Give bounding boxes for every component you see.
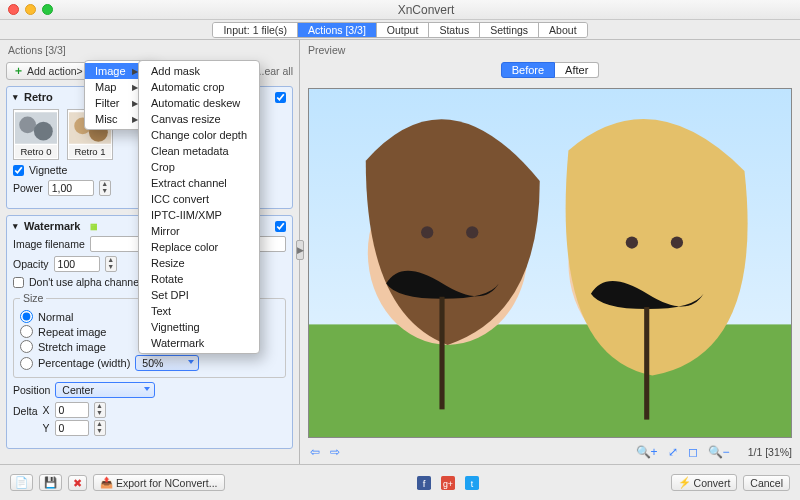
wm-filename-label: Image filename [13, 238, 85, 250]
cancel-label: Cancel [750, 477, 783, 489]
svg-point-9 [421, 226, 433, 238]
mi-resize[interactable]: Resize [139, 255, 259, 271]
vignette-label: Vignette [29, 164, 67, 176]
mi-set-dpi[interactable]: Set DPI [139, 287, 259, 303]
window-controls[interactable] [8, 4, 53, 15]
mi-watermark[interactable]: Watermark [139, 335, 259, 351]
mi-clean-metadata[interactable]: Clean metadata [139, 143, 259, 159]
wm-opacity-value[interactable]: 100 [54, 256, 100, 272]
tab-status[interactable]: Status [429, 23, 480, 37]
mi-add-mask[interactable]: Add mask [139, 63, 259, 79]
preview-canvas [308, 88, 792, 438]
mi-vignetting[interactable]: Vignetting [139, 319, 259, 335]
svg-rect-11 [439, 297, 444, 410]
wm-delta-y[interactable]: 0 [55, 420, 89, 436]
save-script-button[interactable]: 💾 [39, 474, 62, 491]
power-stepper[interactable]: ▲▼ [99, 180, 111, 196]
card-retro-enable[interactable] [275, 92, 286, 103]
wm-percentage-select[interactable]: 50% [135, 355, 199, 371]
window-title: XnConvert [60, 3, 792, 17]
wm-size-repeat[interactable] [20, 325, 33, 338]
wm-size-legend: Size [20, 292, 46, 304]
retro-thumb-0[interactable]: Retro 0 [13, 109, 59, 160]
image-submenu[interactable]: Add mask Automatic crop Automatic deskew… [138, 60, 260, 354]
wm-alpha-label: Don't use alpha channel [29, 276, 141, 288]
wm-alpha-checkbox[interactable] [13, 277, 24, 288]
mi-auto-crop[interactable]: Automatic crop [139, 79, 259, 95]
preview-label: Preview [300, 40, 800, 60]
mi-canvas-resize[interactable]: Canvas resize [139, 111, 259, 127]
lightning-icon: ⚡ [678, 476, 691, 489]
wm-size-percentage[interactable] [20, 357, 33, 370]
wm-size-stretch[interactable] [20, 340, 33, 353]
svg-text:g+: g+ [443, 478, 453, 488]
export-nconvert-button[interactable]: 📤 Export for NConvert... [93, 474, 225, 491]
power-value[interactable]: 1,00 [48, 180, 94, 196]
card-watermark-title: Watermark [24, 220, 80, 232]
svg-point-13 [626, 236, 638, 248]
facebook-icon[interactable]: f [417, 476, 431, 490]
convert-label: Convert [694, 477, 731, 489]
svg-text:f: f [422, 477, 425, 488]
wm-opacity-stepper[interactable]: ▲▼ [105, 256, 117, 272]
convert-button[interactable]: ⚡ Convert [671, 474, 738, 491]
zoom-out-icon[interactable]: 🔍− [706, 445, 732, 459]
clear-all-button[interactable]: ...ear all [256, 65, 293, 77]
wm-delta-label: Delta [13, 405, 38, 417]
tab-about[interactable]: About [539, 23, 586, 37]
mi-extract-channel[interactable]: Extract channel [139, 175, 259, 191]
tab-input[interactable]: Input: 1 file(s) [213, 23, 298, 37]
main-tabs[interactable]: Input: 1 file(s) Actions [3/3] Output St… [212, 22, 587, 38]
delete-script-button[interactable]: ✖ [68, 475, 87, 491]
zoom-dot[interactable] [42, 4, 53, 15]
wm-delta-x-stepper[interactable]: ▲▼ [94, 402, 106, 418]
zoom-fit-icon[interactable]: ⤢ [666, 445, 680, 459]
svg-point-1 [19, 116, 36, 133]
mi-auto-deskew[interactable]: Automatic deskew [139, 95, 259, 111]
mi-replace-color[interactable]: Replace color [139, 239, 259, 255]
collapse-icon[interactable]: ▾ [13, 221, 18, 231]
preview-before-tab[interactable]: Before [501, 62, 555, 78]
image-chip-icon: ▦ [90, 222, 98, 231]
mi-crop[interactable]: Crop [139, 159, 259, 175]
vignette-checkbox[interactable] [13, 165, 24, 176]
svg-point-2 [34, 122, 53, 141]
mi-color-depth[interactable]: Change color depth [139, 127, 259, 143]
zoom-in-icon[interactable]: 🔍+ [634, 445, 660, 459]
wm-position-label: Position [13, 384, 50, 396]
next-image-icon[interactable]: ⇨ [328, 445, 342, 459]
mi-text[interactable]: Text [139, 303, 259, 319]
mi-mirror[interactable]: Mirror [139, 223, 259, 239]
prev-image-icon[interactable]: ⇦ [308, 445, 322, 459]
close-dot[interactable] [8, 4, 19, 15]
wm-position-select[interactable]: Center [55, 382, 155, 398]
google-plus-icon[interactable]: g+ [441, 476, 455, 490]
mi-icc-convert[interactable]: ICC convert [139, 191, 259, 207]
wm-delta-x[interactable]: 0 [55, 402, 89, 418]
tab-settings[interactable]: Settings [480, 23, 539, 37]
cancel-button[interactable]: Cancel [743, 475, 790, 491]
wm-delta-y-stepper[interactable]: ▲▼ [94, 420, 106, 436]
actions-header: Actions [3/3] [0, 40, 299, 60]
svg-point-14 [671, 236, 683, 248]
add-action-button[interactable]: ＋ Add action> [6, 62, 90, 80]
svg-rect-7 [309, 324, 791, 437]
retro-thumb-0-img [15, 111, 57, 145]
svg-rect-15 [644, 307, 649, 420]
collapse-icon[interactable]: ▾ [13, 92, 18, 102]
tab-actions[interactable]: Actions [3/3] [298, 23, 377, 37]
tab-output[interactable]: Output [377, 23, 430, 37]
export-nconvert-label: Export for NConvert... [116, 477, 218, 489]
mi-iptc-xmp[interactable]: IPTC-IIM/XMP [139, 207, 259, 223]
mi-rotate[interactable]: Rotate [139, 271, 259, 287]
wm-delta-y-label: Y [43, 422, 50, 434]
minimize-dot[interactable] [25, 4, 36, 15]
twitter-icon[interactable]: t [465, 476, 479, 490]
open-script-button[interactable]: 📄 [10, 474, 33, 491]
preview-after-tab[interactable]: After [555, 62, 599, 78]
wm-opacity-label: Opacity [13, 258, 49, 270]
zoom-actual-icon[interactable]: ◻ [686, 445, 700, 459]
card-watermark-enable[interactable] [275, 221, 286, 232]
wm-size-normal[interactable] [20, 310, 33, 323]
preview-counter: 1/1 [31%] [748, 446, 792, 458]
